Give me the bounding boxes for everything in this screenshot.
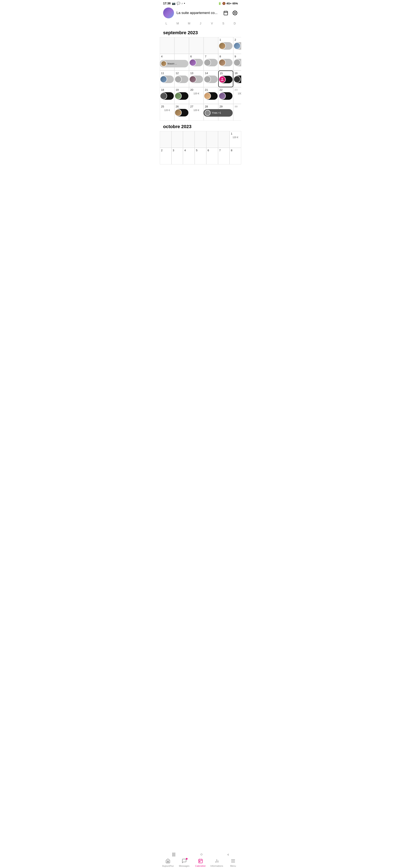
cal-cell-sep-2[interactable]: 2 bbox=[233, 37, 241, 54]
avatar-pill-sep-16 bbox=[234, 75, 241, 83]
avatar-sep-14 bbox=[204, 76, 211, 83]
cal-cell-sep-19[interactable]: 19 bbox=[174, 87, 189, 104]
cal-cell-oct-4[interactable]: 4 bbox=[183, 148, 195, 164]
avatar-pill-sep-9 bbox=[234, 59, 241, 66]
header-icons bbox=[223, 10, 238, 16]
avatar-pill-sep-6 bbox=[190, 59, 203, 66]
avatar-pill-sep-21 bbox=[204, 92, 218, 100]
cal-cell-oct-5[interactable]: 5 bbox=[195, 148, 206, 164]
chat-icon: 💬 bbox=[177, 2, 180, 5]
cal-cell-sep-9[interactable]: 9 bbox=[233, 54, 241, 70]
month-title-september: septembre 2023 bbox=[160, 27, 241, 37]
cal-cell-sep-20[interactable]: 20 120 € bbox=[189, 87, 204, 104]
avatar-pill-sep-14 bbox=[204, 75, 218, 83]
main-content: 17:38 📷 💬 ♪ • 🔋 🔕 4G+ 65% La suite appar… bbox=[160, 0, 241, 189]
avatar-sep-16 bbox=[233, 76, 240, 83]
cal-cell-oct-1[interactable]: 1 120 € bbox=[230, 131, 241, 148]
cal-cell-oct-empty6[interactable] bbox=[218, 131, 230, 148]
day-M1: M bbox=[172, 21, 183, 26]
mute-icon: 🔕 bbox=[222, 2, 226, 5]
cal-cell-empty[interactable] bbox=[160, 37, 174, 54]
cal-cell-sep-1[interactable]: 1 bbox=[218, 37, 233, 54]
cal-cell-sep-6[interactable]: 6 bbox=[189, 54, 204, 70]
avatar-pill-sep-7 bbox=[204, 59, 218, 66]
cal-cell-oct-empty2[interactable] bbox=[171, 131, 183, 148]
cal-cell-sep-8[interactable]: 8 bbox=[218, 54, 233, 70]
cal-cell-sep-14[interactable]: 14 bbox=[204, 70, 218, 87]
avatar-sep-6 bbox=[189, 59, 196, 66]
cal-cell-sep-12[interactable]: 12 bbox=[174, 70, 189, 87]
svg-point-4 bbox=[234, 12, 236, 13]
dot-indicator: • bbox=[184, 2, 185, 5]
cal-cell-oct-empty5[interactable] bbox=[206, 131, 218, 148]
month-title-october: octobre 2023 bbox=[160, 121, 241, 131]
cal-cell-oct-6[interactable]: 6 bbox=[206, 148, 218, 164]
app-avatar[interactable] bbox=[163, 7, 174, 18]
settings-icon[interactable] bbox=[232, 10, 238, 16]
cal-cell-empty[interactable] bbox=[204, 37, 218, 54]
cal-cell-oct-7[interactable]: 7 bbox=[218, 148, 230, 164]
svg-rect-0 bbox=[224, 11, 228, 15]
cal-cell-oct-8[interactable]: 8 bbox=[230, 148, 241, 164]
cal-cell-oct-3[interactable]: 3 bbox=[171, 148, 183, 164]
matahi-avatar bbox=[161, 61, 167, 67]
cal-cell-oct-empty4[interactable] bbox=[195, 131, 206, 148]
avatar-sep-19 bbox=[175, 92, 182, 99]
cal-cell-sep-13[interactable]: 13 bbox=[189, 70, 204, 87]
battery-icon: 🔋 bbox=[218, 2, 221, 5]
cal-cell-sep-27[interactable]: 27 120 € bbox=[189, 104, 204, 121]
avatar-sep-7 bbox=[204, 59, 211, 66]
avatar-pill-sep-26 bbox=[175, 109, 189, 117]
price-oct-1: 120 € bbox=[232, 136, 238, 138]
signal-text: 4G+ bbox=[226, 2, 232, 5]
cal-cell-oct-empty3[interactable] bbox=[183, 131, 195, 148]
october-calendar: 1 120 € 2 3 4 5 6 7 8 bbox=[160, 131, 241, 164]
cal-cell-sep-26[interactable]: 26 bbox=[174, 104, 189, 121]
cal-cell-oct-2[interactable]: 2 bbox=[160, 148, 171, 164]
day-J: J bbox=[195, 21, 206, 26]
avatar-pill-sep-22 bbox=[219, 92, 232, 100]
header: La suite appartement co... bbox=[160, 6, 241, 21]
avatar-sep-9 bbox=[233, 59, 240, 66]
cal-cell-sep-18[interactable]: 18 bbox=[160, 87, 174, 104]
cal-cell-sep-28[interactable]: 28 Ynes +1 bbox=[204, 104, 218, 121]
price-sep-20: 120 € bbox=[193, 92, 199, 95]
day-D: D bbox=[229, 21, 240, 26]
avatar-pill-sep-8 bbox=[219, 59, 232, 66]
day-headers: L M M J V S D bbox=[160, 21, 241, 26]
cal-cell-sep-7[interactable]: 7 bbox=[204, 54, 218, 70]
avatar-sep-11 bbox=[160, 76, 167, 83]
ynes-avatar bbox=[205, 110, 210, 116]
avatar-pill-sep-11 bbox=[161, 75, 174, 83]
cal-cell-sep-23[interactable]: 23 130 € bbox=[233, 87, 241, 104]
status-time: 17:38 📷 💬 ♪ • bbox=[163, 2, 185, 5]
cal-cell-empty[interactable] bbox=[174, 37, 189, 54]
ynes-pill: Ynes +1 bbox=[203, 109, 233, 117]
cal-cell-oct-empty1[interactable] bbox=[160, 131, 171, 148]
cal-cell-sep-30[interactable]: 30 bbox=[233, 104, 241, 121]
avatar-sep-15 bbox=[219, 76, 226, 83]
price-sep-23: 130 € bbox=[238, 92, 241, 95]
cal-cell-sep-21[interactable]: 21 bbox=[204, 87, 218, 104]
avatar-sep-1 bbox=[219, 42, 226, 50]
avatar-sep-13 bbox=[189, 76, 196, 83]
avatar-pill-sep-13 bbox=[190, 75, 203, 83]
cal-cell-sep-4[interactable]: 4 Matahi ... bbox=[160, 54, 174, 70]
time-display: 17:38 bbox=[163, 2, 171, 5]
camera-icon: 📷 bbox=[172, 2, 175, 5]
avatar-pill-sep-12 bbox=[175, 75, 189, 83]
cal-cell-sep-11[interactable]: 11 bbox=[160, 70, 174, 87]
tiktok-icon: ♪ bbox=[181, 2, 183, 5]
cal-cell-sep-25[interactable]: 25 120 € bbox=[160, 104, 174, 121]
avatar-sep-18 bbox=[160, 92, 167, 99]
cal-cell-sep-22[interactable]: 22 bbox=[218, 87, 233, 104]
cal-cell-sep-16[interactable]: 16 bbox=[233, 70, 241, 87]
cal-cell-sep-15[interactable]: 15 bbox=[218, 70, 233, 87]
battery-percent: 65% bbox=[232, 2, 238, 5]
september-calendar: 1 2 3 4 Matahi ... 6 bbox=[160, 37, 241, 121]
day-L: L bbox=[161, 21, 172, 26]
avatar-sep-2 bbox=[233, 42, 240, 50]
cal-cell-empty[interactable] bbox=[189, 37, 204, 54]
day-M2: M bbox=[183, 21, 195, 26]
calendar-header-icon[interactable] bbox=[223, 10, 229, 16]
